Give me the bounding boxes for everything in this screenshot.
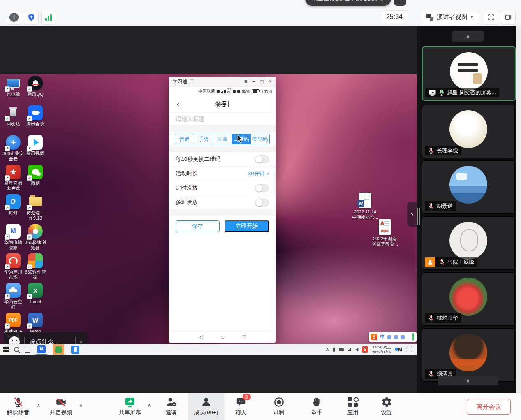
m-logo-tray-icon[interactable]: M — [395, 347, 402, 353]
invite-button[interactable]: 邀请 — [151, 396, 191, 416]
taskbar-app-emulator[interactable] — [69, 344, 81, 355]
desktop-icon-this-pc[interactable]: 此电脑 — [2, 76, 24, 105]
sidebar-scrollbar[interactable] — [516, 26, 521, 393]
side-panel-toggle-button[interactable] — [501, 10, 516, 25]
notification-center-icon[interactable] — [406, 347, 412, 352]
timed-release-toggle[interactable] — [255, 184, 269, 192]
desktop-file-pdf-doc[interactable]: A PDF 2022年湖南省高等教育... — [371, 219, 399, 247]
chaoxing-live-icon: ★ — [6, 165, 21, 179]
participant-tile[interactable]: 桃灼其华 — [422, 272, 515, 326]
multi-class-toggle[interactable] — [255, 199, 269, 207]
sogou-tray-icon[interactable]: S — [362, 346, 368, 353]
android-back-button[interactable]: ◁ — [199, 334, 203, 340]
tab-normal[interactable]: 普通 — [175, 134, 194, 144]
system-tray: ∧ ◀ S 14:58 周三 2022/11/16 M — [326, 345, 414, 354]
desktop-file-word-doc[interactable]: W 2022.11.14 中湖南省合... — [351, 193, 379, 220]
start-button[interactable] — [3, 347, 9, 352]
view-mode-switcher[interactable]: 演讲者视图 ▾ — [421, 10, 478, 24]
save-button[interactable]: 保存 — [176, 220, 220, 232]
panel-resize-handle[interactable] — [417, 208, 418, 225]
participant-tile[interactable]: 长理李悦 — [422, 105, 515, 158]
desktop-icon-wechat[interactable]: 微信 — [25, 165, 46, 194]
chat-button[interactable]: 3 聊天 — [221, 396, 261, 416]
participant-tile[interactable]: 胡景谱 — [422, 160, 515, 214]
keyboard-icon[interactable] — [401, 335, 405, 339]
participant-tile[interactable]: 马院王威峰 — [422, 216, 515, 270]
window-restore-icon[interactable]: □ — [261, 79, 264, 84]
app-window-titlebar[interactable]: 学习通 ≡ – □ × — [169, 77, 276, 87]
search-icon[interactable] — [14, 347, 19, 352]
qr-refresh-toggle[interactable] — [255, 155, 269, 163]
taskbar-app-meeting[interactable]: M — [36, 344, 47, 355]
collapse-strip-button[interactable]: ∧ — [452, 31, 484, 42]
desktop-icon-tencent-video[interactable]: 腾讯视频 — [25, 135, 46, 165]
desktop-icon-360-security[interactable]: +360企业安全云 — [2, 135, 24, 165]
share-options-chevron[interactable]: ∧ — [148, 402, 151, 408]
video-options-chevron[interactable]: ∧ — [79, 402, 83, 408]
pen-icon[interactable] — [387, 335, 391, 339]
raise-hand-button[interactable]: 举手 — [297, 396, 336, 416]
share-screen-button[interactable]: 共享屏幕 — [110, 396, 150, 416]
android-recents-button[interactable]: □ — [243, 334, 246, 340]
banner-collapse-button[interactable]: ∨ — [394, 0, 406, 6]
sogou-logo-icon[interactable]: S — [371, 334, 377, 340]
mic-options-chevron[interactable]: ∧ — [37, 402, 41, 408]
taskbar-app-sharing[interactable] — [53, 344, 64, 355]
chevron-down-icon: ▾ — [471, 15, 473, 19]
tab-signin-code[interactable]: 签到码 — [250, 134, 269, 144]
volume-tray-icon[interactable]: ◀ — [355, 347, 358, 352]
title-input[interactable]: 请输入标题 — [169, 112, 276, 126]
network-quality-button[interactable] — [41, 10, 56, 25]
meeting-info-button[interactable]: i — [7, 10, 21, 25]
start-now-button[interactable]: 立即开始 — [225, 220, 269, 232]
desktop-icon-huawei-pc-manager[interactable]: M华为电脑管家 — [2, 224, 24, 253]
desktop-icon-pending-work-folder[interactable]: 待处理工作9.13 — [25, 194, 46, 224]
participant-tile[interactable]: 超星-周奕杏的屏幕... — [422, 46, 516, 101]
desktop-icon-chaoxing-live[interactable]: ★超星直播客户端 — [2, 165, 24, 194]
members-button[interactable]: 成员(99+) — [188, 393, 224, 420]
tab-gesture[interactable]: 手势 — [194, 134, 213, 144]
security-shield-button[interactable] — [24, 10, 39, 25]
mouse-cursor — [237, 135, 243, 143]
chinese-mode-icon[interactable]: 中 — [380, 334, 385, 341]
start-video-button[interactable]: 开启视频 — [41, 396, 81, 416]
scroll-down-button[interactable]: ∨ — [438, 376, 498, 385]
avatar — [450, 52, 488, 90]
desktop-icon-recycle-bin[interactable]: 回收站 — [2, 105, 24, 135]
task-view-icon[interactable] — [25, 347, 30, 353]
shared-screen-view: 此电脑 腾讯QQ 回收站 腾讯会议 +360企业安全云 腾讯视频 ★超星直播客户… — [0, 26, 417, 393]
leave-meeting-button[interactable]: 离开会议 — [467, 399, 511, 415]
mic-tray-icon[interactable] — [333, 348, 335, 352]
window-close-icon[interactable]: × — [269, 79, 272, 84]
desktop-icon-360-browser[interactable]: 360极速浏览器 — [25, 224, 46, 253]
settings-button[interactable]: 设置 — [367, 396, 406, 416]
panel-gutter — [417, 26, 420, 393]
desktop-icon-qq[interactable]: 腾讯QQ — [25, 76, 46, 105]
back-button[interactable]: ‹ — [174, 100, 182, 108]
participant-tile[interactable]: 烟酒茶 — [422, 328, 515, 382]
desktop-icon-tencent-meeting[interactable]: 腾讯会议 — [25, 105, 46, 135]
hidden-icons-chevron[interactable]: ∧ — [326, 347, 329, 352]
window-menu-icon[interactable]: ≡ — [244, 79, 247, 84]
window-minimize-icon[interactable]: – — [252, 79, 255, 84]
mic-muted-icon — [428, 147, 434, 154]
desktop-icon-360-software-manager[interactable]: 360软件管家 — [25, 253, 46, 283]
fullscreen-button[interactable] — [484, 10, 498, 25]
desktop-icon-dingtalk[interactable]: D钉钉 — [2, 194, 24, 224]
duration-select[interactable]: 30分钟 ∨ — [248, 170, 269, 177]
network-tray-icon[interactable] — [347, 348, 351, 351]
huawei-pc-manager-icon: M — [6, 224, 21, 239]
desktop-icon-huawei-appgallery[interactable]: 华为应用市场 — [2, 253, 24, 283]
expand-panel-button[interactable]: › — [407, 202, 417, 227]
unmute-button[interactable]: 解除静音 — [0, 396, 38, 416]
sogou-input-toolbar[interactable]: S 中 — [369, 332, 417, 342]
row-duration[interactable]: 活动时长 30分钟 ∨ — [169, 167, 276, 181]
mic-icon[interactable] — [394, 335, 398, 339]
taskbar-clock[interactable]: 14:58 周三 2022/11/16 — [372, 345, 391, 354]
tab-location[interactable]: 位置 — [213, 134, 232, 144]
camera-tray-icon[interactable] — [339, 348, 344, 351]
desktop-icon-huawei-cloud[interactable]: 华为云空间 — [2, 283, 24, 313]
desktop-icon-excel[interactable]: XExcel — [25, 283, 46, 313]
android-home-button[interactable]: ○ — [221, 334, 224, 340]
record-button[interactable]: 录制 — [259, 396, 299, 416]
